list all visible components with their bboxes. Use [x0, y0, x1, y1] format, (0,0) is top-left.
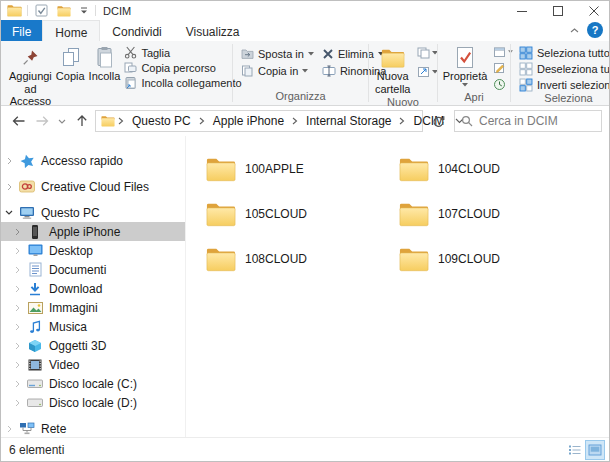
breadcrumb-chevron-icon: [197, 117, 207, 125]
paste-shortcut-button[interactable]: Incolla collegamento: [122, 75, 243, 90]
search-input[interactable]: [479, 114, 595, 128]
help-icon: ?: [592, 24, 599, 36]
tab-home[interactable]: Home: [42, 20, 100, 41]
iphone-icon: [27, 224, 43, 240]
folder-tile-105cloud[interactable]: 105CLOUD: [206, 191, 386, 236]
local-disk-icon: [27, 376, 43, 392]
pictures-icon: [27, 300, 43, 316]
copy-button[interactable]: Copia: [54, 44, 87, 84]
refresh-button[interactable]: [426, 110, 451, 132]
sidebar-item-desktop[interactable]: Desktop: [1, 241, 185, 260]
forward-button[interactable]: [32, 110, 53, 132]
chevron-right-icon[interactable]: [12, 399, 22, 407]
deselect-all-icon: [519, 62, 533, 76]
videos-icon: [27, 357, 43, 373]
chevron-right-icon[interactable]: [4, 157, 14, 165]
help-button[interactable]: ?: [587, 22, 603, 38]
folder-icon: [206, 201, 236, 227]
recent-locations-dropdown[interactable]: [56, 110, 68, 132]
maximize-button[interactable]: [542, 1, 573, 20]
sidebar-item-rete[interactable]: Rete: [1, 419, 185, 437]
file-list-area[interactable]: 100APPLE 104CLOUD 105CLOUD 107CLOUD 108C…: [186, 136, 609, 437]
sidebar-item-disco-locale-d[interactable]: Disco locale (D:): [1, 393, 185, 412]
sidebar-item-disco-locale-c[interactable]: Disco locale (C:): [1, 374, 185, 393]
sidebar-item-musica[interactable]: Musica: [1, 317, 185, 336]
select-all-button[interactable]: Seleziona tutto: [517, 45, 610, 60]
breadcrumb-apple-iphone[interactable]: Apple iPhone: [208, 113, 289, 129]
group-label-apri: Apri: [438, 91, 510, 105]
paste-button[interactable]: Incolla: [87, 44, 123, 84]
qat-properties-button[interactable]: [33, 2, 50, 19]
breadcrumb-internal-storage[interactable]: Internal Storage: [301, 113, 396, 129]
ribbon-group-apri: Proprietà Apri: [438, 41, 510, 105]
sidebar-item-apple-iphone[interactable]: Apple iPhone: [1, 222, 185, 241]
close-button[interactable]: [578, 1, 609, 20]
details-view-button[interactable]: [565, 440, 585, 460]
breadcrumb-questo-pc[interactable]: Questo PC: [127, 113, 196, 129]
folder-name: 109CLOUD: [438, 252, 500, 266]
back-button[interactable]: [8, 110, 29, 132]
dropdown-arrow-icon: [462, 83, 468, 87]
chevron-down-icon[interactable]: [4, 210, 14, 215]
address-folder-icon: [101, 115, 115, 127]
sidebar-item-video[interactable]: Video: [1, 355, 185, 374]
sidebar-item-accesso-rapido[interactable]: Accesso rapido: [1, 151, 185, 170]
chevron-right-icon[interactable]: [12, 323, 22, 331]
properties-button[interactable]: Proprietà: [443, 44, 487, 88]
invert-selection-button[interactable]: Inverti selezione: [517, 77, 610, 92]
chevron-right-icon[interactable]: [12, 380, 22, 388]
properties-check-icon: [455, 45, 475, 70]
folder-name: 104CLOUD: [438, 162, 500, 176]
sidebar-item-documenti[interactable]: Documenti: [1, 260, 185, 279]
chevron-right-icon[interactable]: [12, 285, 22, 293]
move-to-button[interactable]: Sposta in: [239, 46, 316, 61]
up-button[interactable]: [71, 110, 92, 132]
tab-condividi[interactable]: Condividi: [100, 20, 173, 41]
chevron-right-icon[interactable]: [12, 342, 22, 350]
chevron-right-icon[interactable]: [12, 266, 22, 274]
chevron-right-icon[interactable]: [12, 247, 22, 255]
chevron-right-icon[interactable]: [4, 183, 14, 191]
delete-x-icon: [322, 48, 334, 60]
collapse-ribbon-button[interactable]: [563, 20, 585, 41]
chevron-right-icon[interactable]: [12, 228, 22, 236]
chevron-right-icon[interactable]: [12, 361, 22, 369]
new-folder-button[interactable]: Nuova cartella: [373, 44, 412, 96]
group-label-seleziona: Seleziona: [511, 92, 610, 105]
sidebar-item-questo-pc[interactable]: Questo PC: [1, 203, 185, 222]
chevron-right-icon[interactable]: [12, 304, 22, 312]
sidebar-item-oggetti-3d[interactable]: Oggetti 3D: [1, 336, 185, 355]
sidebar-item-creative-cloud-files[interactable]: Creative Cloud Files: [1, 177, 185, 196]
deselect-all-button[interactable]: Deseleziona tutto: [517, 61, 610, 76]
tab-visualizza[interactable]: Visualizza: [174, 20, 252, 41]
chevron-right-icon[interactable]: [4, 425, 14, 433]
thumbnails-view-button[interactable]: [585, 440, 605, 460]
cut-button[interactable]: Taglia: [122, 45, 243, 60]
folder-tile-109cloud[interactable]: 109CLOUD: [399, 236, 579, 281]
sidebar-item-download[interactable]: Download: [1, 279, 185, 298]
folder-tile-104cloud[interactable]: 104CLOUD: [399, 146, 579, 191]
ribbon-group-seleziona: Seleziona tutto Deseleziona tutto Invert…: [511, 41, 610, 105]
breadcrumb-chevron-icon: [290, 117, 300, 125]
folder-tile-108cloud[interactable]: 108CLOUD: [206, 236, 386, 281]
tab-file[interactable]: File: [1, 20, 42, 41]
folder-tile-100apple[interactable]: 100APPLE: [206, 146, 386, 191]
ribbon-group-nuovo: Nuova cartella Nuovo: [369, 41, 437, 105]
qat-customize-dropdown-button[interactable]: [78, 2, 90, 19]
address-box[interactable]: Questo PC Apple iPhone Internal Storage …: [95, 110, 423, 132]
minimize-button[interactable]: [506, 1, 537, 20]
documents-icon: [27, 262, 43, 278]
copy-to-button[interactable]: Copia in: [239, 63, 316, 78]
folder-name: 107CLOUD: [438, 207, 500, 221]
copy-path-button[interactable]: Copia percorso: [122, 60, 243, 75]
sidebar-item-immagini[interactable]: Immagini: [1, 298, 185, 317]
titlebar-separator: [95, 5, 96, 16]
qat-new-folder-button[interactable]: [55, 2, 73, 19]
ribbon: Aggiungi ad Accesso rapido Copia Incolla…: [1, 41, 609, 106]
ribbon-tabs: File Home Condividi Visualizza ?: [1, 20, 609, 41]
network-icon: [19, 421, 35, 437]
rename-icon: [322, 65, 336, 77]
pin-icon: [22, 45, 39, 70]
ribbon-group-appunti: Aggiungi ad Accesso rapido Copia Incolla…: [1, 41, 232, 105]
folder-tile-107cloud[interactable]: 107CLOUD: [399, 191, 579, 236]
